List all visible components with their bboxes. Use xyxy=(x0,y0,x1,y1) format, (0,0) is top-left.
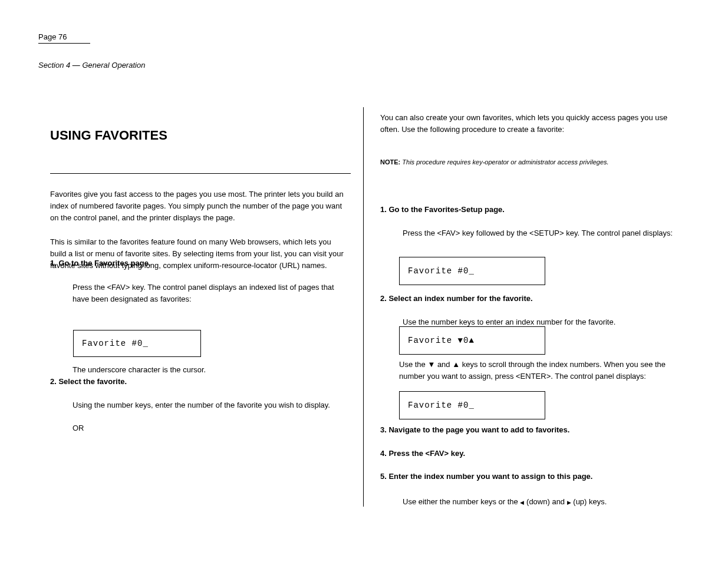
triangle-right-icon xyxy=(567,497,571,506)
right-intro-text: You can also create your own favorites, … xyxy=(380,113,667,134)
lcd2-text: Favorite ▼0▲ xyxy=(408,336,475,345)
left-step-1-strong: 1. Go to the Favorites page. xyxy=(50,259,150,267)
right-step-5-label: 5. Enter the index number you want to as… xyxy=(380,471,675,482)
lcd3-text: Favorite #0_ xyxy=(408,401,475,410)
note-label: NOTE: xyxy=(380,158,400,166)
lcd-display-3: Favorite #0_ xyxy=(399,391,545,419)
right-step-1-strong: 1. Go to the Favorites-Setup page. xyxy=(380,205,505,214)
right-sub1-text: Use the ▼ and ▲ keys to scroll through t… xyxy=(399,360,666,381)
lcd-display-1: Favorite #0_ xyxy=(399,257,545,285)
r6a: Use either the number keys or the xyxy=(403,497,520,506)
page-number: Page 76 xyxy=(38,32,90,44)
right-step-4-strong: 4. Press the <FAV> key. xyxy=(380,449,465,458)
right-step-5-strong: 5. Enter the index number you want to as… xyxy=(380,472,592,481)
section-rule xyxy=(50,173,351,174)
right-sub1: Use the ▼ and ▲ keys to scroll through t… xyxy=(399,359,676,382)
left-after-lcd: The underscore character is the cursor. xyxy=(50,364,345,376)
left-step-2-or: OR xyxy=(50,422,345,434)
right-step-3-label: 3. Navigate to the page you want to add … xyxy=(380,424,675,436)
r6b: (down) and xyxy=(524,497,566,506)
left-step-2-body: Using the number keys, enter the number … xyxy=(50,399,345,411)
left-step-2-label: 2. Select the favorite. xyxy=(50,376,345,388)
left-step-2-strong: 2. Select the favorite. xyxy=(50,377,127,386)
left-step-2-or-text: OR xyxy=(73,422,345,434)
left-step-1-body: Press the <FAV> key. The control panel d… xyxy=(50,282,345,305)
right-step-1-body: Press the <FAV> key followed by the <SET… xyxy=(380,227,675,239)
note-body: This procedure requires key-operator or … xyxy=(402,158,608,166)
right-step-1-label: 1. Go to the Favorites-Setup page. xyxy=(380,204,675,216)
right-intro: You can also create your own favorites, … xyxy=(380,112,675,135)
right-note: NOTE: This procedure requires key-operat… xyxy=(380,158,663,167)
right-step-1-text: Press the <FAV> key followed by the <SET… xyxy=(403,227,675,239)
section-heading: USING FAVORITES xyxy=(50,128,167,143)
left-step-1-text: Press the <FAV> key. The control panel d… xyxy=(73,282,345,305)
left-step-2-text-a: Using the number keys, enter the number … xyxy=(73,399,345,411)
lcd1-text: Favorite #0_ xyxy=(408,266,475,276)
lcd-display-2: Favorite ▼0▲ xyxy=(399,326,545,355)
running-header: Section 4 — General Operation xyxy=(38,61,145,70)
right-step-6: Use either the number keys or the (down)… xyxy=(380,496,675,508)
right-step-4-label: 4. Press the <FAV> key. xyxy=(380,448,675,459)
right-step-2-label: 2. Select an index number for the favori… xyxy=(380,293,675,305)
column-divider xyxy=(363,107,364,507)
lcd-display-left: Favorite #0_ xyxy=(73,330,201,357)
lcd-text-left: Favorite #0_ xyxy=(82,339,149,348)
intro-text-1: Favorites give you fast access to the pa… xyxy=(50,190,344,222)
manual-page: Page 76 Section 4 — General Operation US… xyxy=(0,0,728,562)
right-step-3-strong: 3. Navigate to the page you want to add … xyxy=(380,425,569,434)
right-step-6-line: Use either the number keys or the (down)… xyxy=(403,496,675,508)
r6c: (up) keys. xyxy=(571,497,607,506)
left-after-lcd-text: The underscore character is the cursor. xyxy=(73,364,345,376)
left-step-1-label: 1. Go to the Favorites page. xyxy=(50,257,345,269)
right-step-2-strong: 2. Select an index number for the favori… xyxy=(380,294,533,303)
